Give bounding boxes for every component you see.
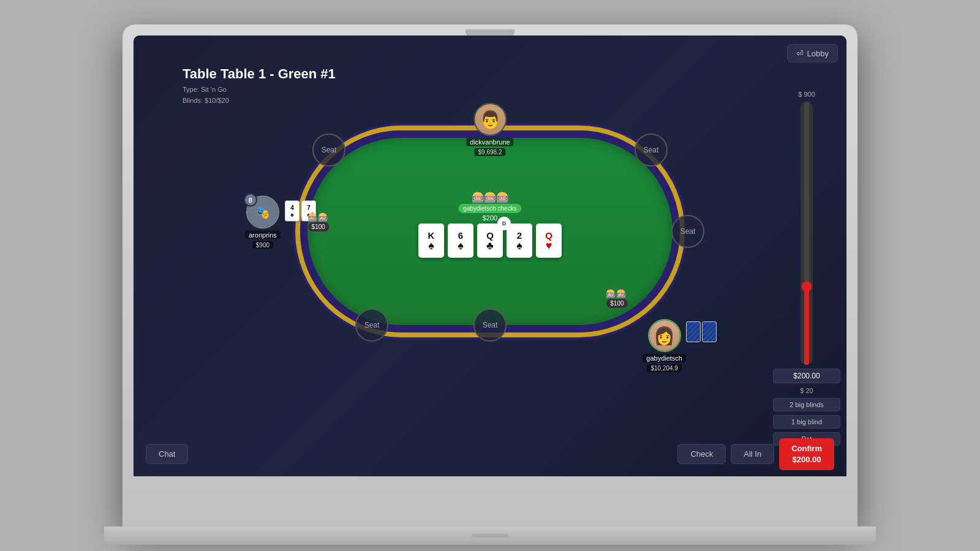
action-panel: Chat Check All In Confirm $200.00 (134, 438, 846, 470)
bet-preset-2bb[interactable]: 2 big blinds (773, 398, 840, 411)
poker-table-container: D 🎰🎰🎰 gabydietsch checks $200 K (282, 115, 698, 348)
bet-preset-1bb[interactable]: 1 big blind (773, 415, 840, 429)
player-dickvanbrune: 👨 dickvanbrune $9,698.2 (466, 103, 513, 156)
lobby-label: Lobby (807, 49, 829, 58)
trackpad (472, 534, 508, 538)
card-1: K ♠ (418, 223, 444, 258)
lobby-button[interactable]: ⏎ Lobby (787, 44, 838, 62)
confirm-amount: $200.00 (791, 454, 822, 465)
avatar-dickvanbrune: 👨 (473, 103, 507, 136)
player-stack-gabydietsch: $10,204.9 (647, 364, 682, 372)
card-2: 6 ♠ (448, 223, 473, 258)
player-gabydietsch: 🎰🎰 $100 👩 gabydietsch $10,204.9 (643, 319, 686, 372)
player-aronprins: 8 🎭 4♠ 7♠ (245, 195, 281, 249)
bet-min-label: $ 20 (800, 387, 813, 394)
pot-amount: $200 (458, 214, 521, 222)
game-screen: ⏎ Lobby Table Table 1 - Green #1 Type: S… (134, 36, 846, 476)
bet-max-label: $ 900 (798, 91, 815, 98)
laptop-base (104, 527, 876, 545)
seat-label-5: Seat (483, 321, 498, 329)
player-action-label: gabydietsch checks (458, 204, 521, 213)
pot-chips-emoji: 🎰🎰🎰 (458, 190, 521, 204)
gabydietsch-chips-table: 🎰🎰 (606, 288, 628, 298)
hole-card-1: 4♠ (285, 200, 300, 221)
table-info: Table Table 1 - Green #1 Type: Sit 'n Go… (183, 66, 336, 106)
hole-cards-gabydietsch (686, 321, 717, 342)
aronprins-bet: $100 (307, 222, 330, 232)
seat-top-right[interactable]: Seat (635, 133, 668, 167)
laptop-shell: ⏎ Lobby Table Table 1 - Green #1 Type: S… (123, 24, 858, 527)
community-cards: K ♠ 6 ♠ Q ♣ 2 ♠ (418, 223, 562, 258)
chat-button[interactable]: Chat (146, 444, 188, 464)
player-stack-aronprins: $900 (252, 241, 273, 249)
seat-label-1: Seat (322, 146, 337, 154)
pot-area: 🎰🎰🎰 gabydietsch checks $200 (458, 190, 521, 222)
player-stack-dickvanbrune: $9,698.2 (475, 148, 506, 156)
player-name-dickvanbrune: dickvanbrune (466, 138, 513, 146)
seat-bottom-left[interactable]: Seat (355, 309, 388, 342)
table-title: Table Table 1 - Green #1 (183, 66, 336, 82)
card-4: 2 ♠ (507, 223, 532, 258)
all-in-button[interactable]: All In (731, 444, 774, 464)
seat-label-3: Seat (680, 227, 696, 236)
action-buttons: Check All In Confirm $200.00 (677, 438, 834, 470)
lobby-icon: ⏎ (796, 48, 804, 58)
bet-panel: $ 900 $200.00 $ 20 2 big blinds 1 big bl… (773, 91, 840, 446)
card-5: Q ♥ (536, 223, 562, 258)
seat-label-2: Seat (644, 146, 659, 154)
hole-card-back-2 (702, 321, 717, 342)
bet-slider[interactable] (801, 102, 813, 365)
gabydietsch-bet: $100 (606, 298, 628, 309)
hole-card-back-1 (686, 321, 701, 342)
seat-right[interactable]: Seat (671, 215, 704, 248)
aronprins-chips: 🎰🎰 (307, 212, 330, 222)
player-name-aronprins: aronprins (245, 230, 281, 239)
player-name-gabydietsch: gabydietsch (643, 354, 686, 362)
seat-label-4: Seat (364, 321, 380, 329)
table-type: Type: Sit 'n Go Blinds: $10/$20 (183, 84, 336, 106)
seat-top-left[interactable]: Seat (312, 133, 345, 167)
avatar-gabydietsch: 👩 (648, 319, 681, 352)
avatar-face-dickvanbrune: 👨 (475, 104, 505, 135)
player-number-badge: 8 (244, 193, 257, 206)
seat-bottom-center[interactable]: Seat (473, 309, 507, 342)
dealer-button: D (497, 217, 511, 230)
bet-amount-display: $200.00 (773, 369, 840, 383)
confirm-label: Confirm (791, 443, 822, 454)
card-3: Q ♣ (477, 223, 503, 258)
confirm-button[interactable]: Confirm $200.00 (779, 438, 834, 470)
screen-bezel: ⏎ Lobby Table Table 1 - Green #1 Type: S… (134, 36, 846, 476)
check-button[interactable]: Check (677, 444, 726, 464)
